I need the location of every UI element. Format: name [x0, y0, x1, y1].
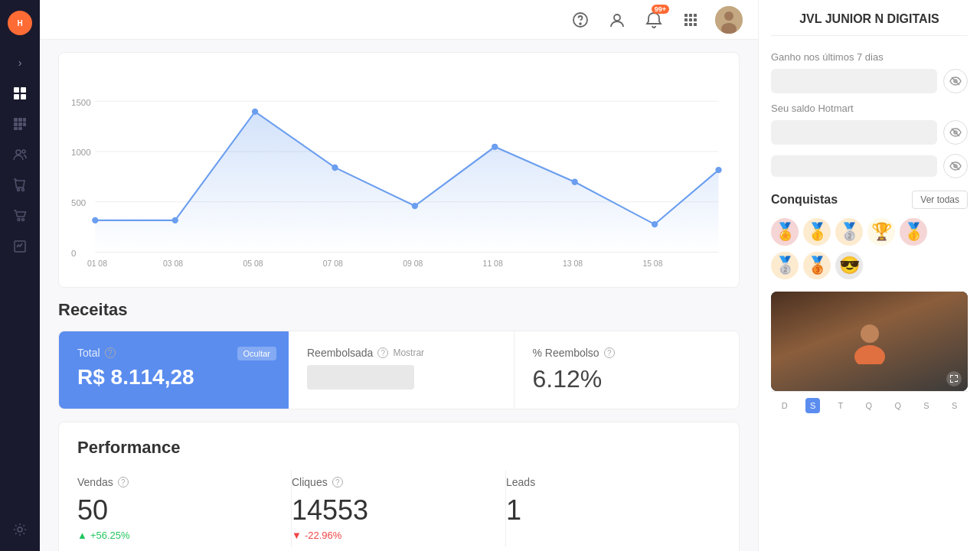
svg-rect-31: [684, 23, 688, 26]
percent-value: 6.12%: [533, 365, 721, 393]
svg-rect-26: [689, 14, 692, 17]
sidebar-item-grid[interactable]: [5, 110, 35, 138]
video-content: [771, 292, 968, 391]
right-panel: JVL JUNIOR N DIGITAIS Ganho nos últimos …: [758, 0, 980, 551]
leads-label: Leads: [506, 476, 720, 488]
perf-vendas: Vendas ? 50 ▲ +56.25%: [77, 470, 292, 547]
vendas-value: 50: [77, 494, 291, 527]
percent-reembolso-label: % Reembolso ?: [533, 347, 721, 359]
svg-point-16: [18, 189, 20, 191]
saldo-eye-button-2[interactable]: [943, 154, 968, 178]
sidebar-item-products[interactable]: [5, 171, 35, 199]
apps-grid-icon[interactable]: [678, 8, 703, 32]
svg-rect-30: [694, 18, 697, 21]
cal-day-Q1[interactable]: Q: [861, 398, 877, 413]
receitas-total-block: Total ? Ocultar R$ 8.114,28: [59, 331, 289, 409]
svg-point-24: [614, 15, 620, 21]
cliques-info-icon[interactable]: ?: [332, 477, 343, 487]
svg-rect-32: [689, 23, 692, 26]
content-area: 0 500 1000 1500: [40, 40, 758, 551]
svg-text:09 08: 09 08: [403, 259, 423, 268]
svg-text:1500: 1500: [71, 98, 91, 107]
badge-2: 🥇: [803, 218, 831, 246]
percent-info-icon[interactable]: ?: [604, 347, 615, 358]
svg-rect-7: [18, 118, 22, 122]
svg-rect-4: [14, 94, 19, 99]
cal-day-D[interactable]: D: [777, 398, 792, 413]
notifications-icon[interactable]: 99+: [642, 8, 666, 32]
svg-text:13 08: 13 08: [563, 259, 583, 268]
chart-container: 0 500 1000 1500: [58, 52, 740, 288]
svg-marker-45: [95, 112, 718, 253]
sidebar-item-settings[interactable]: [5, 516, 35, 543]
receitas-reembolsada-block: Reembolsada ? Mostrar: [289, 331, 514, 409]
performance-section: Performance Vendas ? 50 ▲ +56.25% Cliqu: [58, 422, 740, 551]
svg-text:0: 0: [71, 249, 76, 258]
mostrar-button[interactable]: Mostrar: [393, 347, 424, 358]
ganho-eye-button[interactable]: [943, 69, 968, 93]
cliques-change: ▼ -22.96%: [292, 530, 505, 541]
svg-point-54: [715, 167, 721, 173]
svg-rect-25: [684, 14, 688, 17]
vendas-info-icon[interactable]: ?: [118, 477, 129, 487]
total-info-icon[interactable]: ?: [105, 347, 116, 358]
badges-row-2: 🥈 🥉 😎: [771, 252, 968, 279]
performance-grid: Vendas ? 50 ▲ +56.25% Cliques ? 14553: [77, 470, 720, 547]
svg-rect-13: [18, 127, 22, 130]
cal-day-S2[interactable]: S: [919, 398, 933, 413]
svg-point-21: [18, 527, 22, 532]
saldo-eye-button-1[interactable]: [943, 120, 968, 145]
svg-point-50: [412, 203, 418, 209]
svg-point-15: [22, 150, 25, 153]
svg-rect-9: [14, 122, 18, 126]
svg-point-52: [571, 179, 577, 185]
help-icon[interactable]: [568, 8, 593, 32]
svg-rect-12: [14, 127, 18, 130]
svg-point-46: [92, 217, 98, 223]
svg-point-23: [580, 23, 581, 24]
vendas-arrow-up-icon: ▲: [77, 530, 87, 541]
receitas-title: Receitas: [58, 300, 740, 320]
saldo-bar-2: [771, 155, 937, 177]
receitas-percent-block: % Reembolso ? 6.12%: [514, 331, 740, 409]
svg-point-47: [172, 217, 178, 223]
sidebar-toggle[interactable]: ›: [5, 49, 35, 77]
conquistas-title: Conquistas: [771, 193, 838, 207]
ver-todas-button[interactable]: Ver todas: [912, 191, 968, 209]
svg-text:500: 500: [71, 198, 86, 207]
cal-day-Q2[interactable]: Q: [890, 398, 906, 413]
video-expand-icon[interactable]: [946, 371, 962, 386]
brand-logo[interactable]: H: [5, 8, 35, 38]
svg-text:11 08: 11 08: [483, 259, 503, 268]
sidebar-item-reports[interactable]: [5, 233, 35, 260]
badge-6: 🥈: [771, 252, 799, 279]
ocultar-button[interactable]: Ocultar: [237, 347, 276, 360]
sidebar-item-cart[interactable]: [5, 202, 35, 230]
total-value: R$ 8.114,28: [77, 365, 270, 390]
svg-rect-3: [21, 87, 26, 93]
svg-text:01 08: 01 08: [87, 259, 107, 268]
cal-day-T[interactable]: T: [834, 398, 848, 413]
reembolsada-info-icon[interactable]: ?: [377, 347, 388, 358]
svg-point-48: [252, 109, 258, 115]
user-avatar[interactable]: [715, 6, 743, 34]
sidebar-item-dashboard[interactable]: [5, 80, 35, 107]
badges-row-1: 🏅 🥇 🥈 🏆 🥇: [771, 218, 968, 246]
svg-rect-29: [689, 18, 692, 21]
vendas-change: ▲ +56.25%: [77, 530, 291, 541]
ganho-bar: [771, 69, 937, 93]
cal-day-S1[interactable]: S: [805, 398, 820, 413]
svg-point-49: [332, 165, 338, 171]
svg-rect-28: [684, 18, 688, 21]
sidebar: H ›: [0, 0, 40, 551]
vendas-label: Vendas ?: [77, 476, 291, 488]
logo-icon: H: [8, 11, 32, 35]
sidebar-item-users[interactable]: [5, 141, 35, 168]
svg-text:1000: 1000: [71, 148, 91, 157]
svg-rect-6: [14, 118, 18, 122]
svg-text:03 08: 03 08: [163, 259, 183, 268]
cal-day-S3[interactable]: S: [947, 398, 962, 413]
ganho-row: [771, 69, 968, 93]
svg-rect-5: [21, 94, 26, 99]
profile-icon[interactable]: [605, 8, 629, 32]
